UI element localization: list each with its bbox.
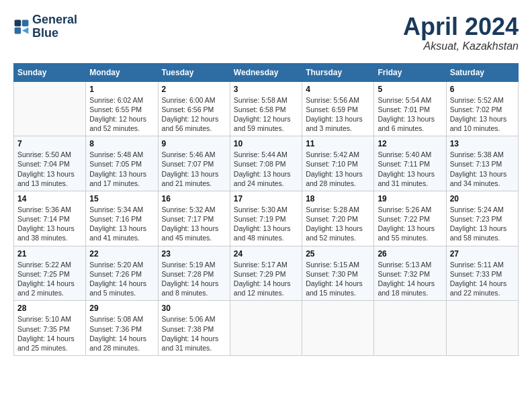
day-info: Sunrise: 5:56 AMSunset: 6:59 PMDaylight:…	[306, 95, 370, 134]
day-number: 25	[306, 249, 370, 259]
calendar-cell: 29Sunrise: 5:08 AMSunset: 7:36 PMDayligh…	[86, 301, 158, 356]
day-number: 28	[17, 304, 82, 313]
day-number: 3	[234, 85, 298, 94]
day-number: 14	[17, 194, 82, 203]
logo-icon	[13, 19, 30, 35]
day-info: Sunrise: 5:50 AMSunset: 7:04 PMDaylight:…	[17, 150, 82, 188]
day-number: 12	[378, 139, 442, 148]
weekday-header-thursday: Thursday	[302, 63, 374, 81]
day-number: 13	[450, 139, 515, 148]
day-number: 19	[378, 194, 442, 203]
calendar-cell: 25Sunrise: 5:15 AMSunset: 7:30 PMDayligh…	[302, 246, 374, 301]
calendar-title: April 2024	[403, 13, 519, 40]
day-number: 5	[378, 85, 442, 94]
calendar-cell: 12Sunrise: 5:40 AMSunset: 7:11 PMDayligh…	[374, 136, 446, 191]
calendar-cell: 11Sunrise: 5:42 AMSunset: 7:10 PMDayligh…	[302, 136, 374, 191]
calendar-cell	[374, 301, 446, 356]
day-info: Sunrise: 5:58 AMSunset: 6:58 PMDaylight:…	[234, 95, 298, 134]
day-number: 18	[306, 194, 370, 203]
calendar-week-2: 7Sunrise: 5:50 AMSunset: 7:04 PMDaylight…	[14, 136, 519, 191]
calendar-cell: 3Sunrise: 5:58 AMSunset: 6:58 PMDaylight…	[230, 81, 302, 136]
svg-rect-2	[15, 28, 21, 34]
day-info: Sunrise: 5:24 AMSunset: 7:23 PMDaylight:…	[450, 205, 515, 243]
calendar-cell: 5Sunrise: 5:54 AMSunset: 7:01 PMDaylight…	[374, 81, 446, 136]
day-info: Sunrise: 5:13 AMSunset: 7:32 PMDaylight:…	[378, 260, 442, 298]
day-number: 8	[89, 139, 154, 148]
calendar-cell: 17Sunrise: 5:30 AMSunset: 7:19 PMDayligh…	[230, 191, 302, 246]
weekday-header-tuesday: Tuesday	[158, 63, 230, 81]
day-number: 1	[89, 85, 154, 94]
day-info: Sunrise: 5:34 AMSunset: 7:16 PMDaylight:…	[89, 205, 154, 243]
day-info: Sunrise: 5:15 AMSunset: 7:30 PMDaylight:…	[306, 260, 370, 298]
day-number: 15	[89, 194, 154, 203]
logo: General Blue	[13, 13, 77, 40]
day-number: 21	[17, 249, 82, 259]
calendar-table: SundayMondayTuesdayWednesdayThursdayFrid…	[13, 63, 519, 356]
day-info: Sunrise: 5:44 AMSunset: 7:08 PMDaylight:…	[234, 150, 298, 188]
calendar-cell: 13Sunrise: 5:38 AMSunset: 7:13 PMDayligh…	[446, 136, 518, 191]
day-number: 9	[162, 139, 226, 148]
day-info: Sunrise: 5:19 AMSunset: 7:28 PMDaylight:…	[162, 260, 226, 298]
day-info: Sunrise: 5:06 AMSunset: 7:38 PMDaylight:…	[162, 314, 226, 353]
day-info: Sunrise: 5:42 AMSunset: 7:10 PMDaylight:…	[306, 150, 370, 188]
calendar-cell: 7Sunrise: 5:50 AMSunset: 7:04 PMDaylight…	[14, 136, 86, 191]
day-number: 29	[89, 304, 154, 313]
calendar-cell: 14Sunrise: 5:36 AMSunset: 7:14 PMDayligh…	[14, 191, 86, 246]
day-info: Sunrise: 5:46 AMSunset: 7:07 PMDaylight:…	[162, 150, 226, 188]
calendar-cell: 6Sunrise: 5:52 AMSunset: 7:02 PMDaylight…	[446, 81, 518, 136]
calendar-cell: 19Sunrise: 5:26 AMSunset: 7:22 PMDayligh…	[374, 191, 446, 246]
day-number: 27	[450, 249, 515, 259]
day-info: Sunrise: 6:02 AMSunset: 6:55 PMDaylight:…	[89, 95, 154, 134]
day-number: 10	[234, 139, 298, 148]
day-info: Sunrise: 5:36 AMSunset: 7:14 PMDaylight:…	[17, 205, 82, 243]
calendar-cell: 27Sunrise: 5:11 AMSunset: 7:33 PMDayligh…	[446, 246, 518, 301]
calendar-cell: 9Sunrise: 5:46 AMSunset: 7:07 PMDaylight…	[158, 136, 230, 191]
day-info: Sunrise: 5:40 AMSunset: 7:11 PMDaylight:…	[378, 150, 442, 188]
day-info: Sunrise: 5:54 AMSunset: 7:01 PMDaylight:…	[378, 95, 442, 134]
calendar-cell: 26Sunrise: 5:13 AMSunset: 7:32 PMDayligh…	[374, 246, 446, 301]
logo-line1: General	[32, 13, 77, 27]
day-number: 30	[162, 304, 226, 313]
weekday-header-saturday: Saturday	[446, 63, 518, 81]
calendar-cell: 24Sunrise: 5:17 AMSunset: 7:29 PMDayligh…	[230, 246, 302, 301]
day-info: Sunrise: 5:17 AMSunset: 7:29 PMDaylight:…	[234, 260, 298, 298]
calendar-cell: 8Sunrise: 5:48 AMSunset: 7:05 PMDaylight…	[86, 136, 158, 191]
calendar-week-5: 28Sunrise: 5:10 AMSunset: 7:35 PMDayligh…	[14, 301, 519, 356]
calendar-cell: 1Sunrise: 6:02 AMSunset: 6:55 PMDaylight…	[86, 81, 158, 136]
calendar-cell: 22Sunrise: 5:20 AMSunset: 7:26 PMDayligh…	[86, 246, 158, 301]
day-number: 24	[234, 249, 298, 259]
svg-rect-1	[22, 19, 29, 26]
svg-rect-0	[15, 19, 21, 26]
day-info: Sunrise: 5:20 AMSunset: 7:26 PMDaylight:…	[89, 260, 154, 298]
day-info: Sunrise: 5:32 AMSunset: 7:17 PMDaylight:…	[162, 205, 226, 243]
calendar-cell: 18Sunrise: 5:28 AMSunset: 7:20 PMDayligh…	[302, 191, 374, 246]
calendar-cell	[230, 301, 302, 356]
calendar-cell: 16Sunrise: 5:32 AMSunset: 7:17 PMDayligh…	[158, 191, 230, 246]
calendar-cell: 10Sunrise: 5:44 AMSunset: 7:08 PMDayligh…	[230, 136, 302, 191]
day-info: Sunrise: 5:08 AMSunset: 7:36 PMDaylight:…	[89, 314, 154, 353]
calendar-cell: 30Sunrise: 5:06 AMSunset: 7:38 PMDayligh…	[158, 301, 230, 356]
calendar-cell	[446, 301, 518, 356]
day-number: 22	[89, 249, 154, 259]
calendar-cell: 15Sunrise: 5:34 AMSunset: 7:16 PMDayligh…	[86, 191, 158, 246]
weekday-header-wednesday: Wednesday	[230, 63, 302, 81]
day-info: Sunrise: 6:00 AMSunset: 6:56 PMDaylight:…	[162, 95, 226, 134]
calendar-location: Aksuat, Kazakhstan	[403, 40, 519, 52]
day-info: Sunrise: 5:28 AMSunset: 7:20 PMDaylight:…	[306, 205, 370, 243]
day-number: 26	[378, 249, 442, 259]
day-number: 6	[450, 85, 515, 94]
day-info: Sunrise: 5:10 AMSunset: 7:35 PMDaylight:…	[17, 314, 82, 353]
calendar-week-1: 1Sunrise: 6:02 AMSunset: 6:55 PMDaylight…	[14, 81, 519, 136]
weekday-header-monday: Monday	[86, 63, 158, 81]
page-header: General Blue April 2024 Aksuat, Kazakhst…	[13, 13, 519, 52]
calendar-cell: 4Sunrise: 5:56 AMSunset: 6:59 PMDaylight…	[302, 81, 374, 136]
calendar-cell	[14, 81, 86, 136]
day-number: 17	[234, 194, 298, 203]
title-block: April 2024 Aksuat, Kazakhstan	[403, 13, 519, 52]
calendar-week-3: 14Sunrise: 5:36 AMSunset: 7:14 PMDayligh…	[14, 191, 519, 246]
svg-marker-3	[22, 28, 29, 34]
day-info: Sunrise: 5:38 AMSunset: 7:13 PMDaylight:…	[450, 150, 515, 188]
day-number: 7	[17, 139, 82, 148]
day-info: Sunrise: 5:26 AMSunset: 7:22 PMDaylight:…	[378, 205, 442, 243]
calendar-cell: 28Sunrise: 5:10 AMSunset: 7:35 PMDayligh…	[14, 301, 86, 356]
